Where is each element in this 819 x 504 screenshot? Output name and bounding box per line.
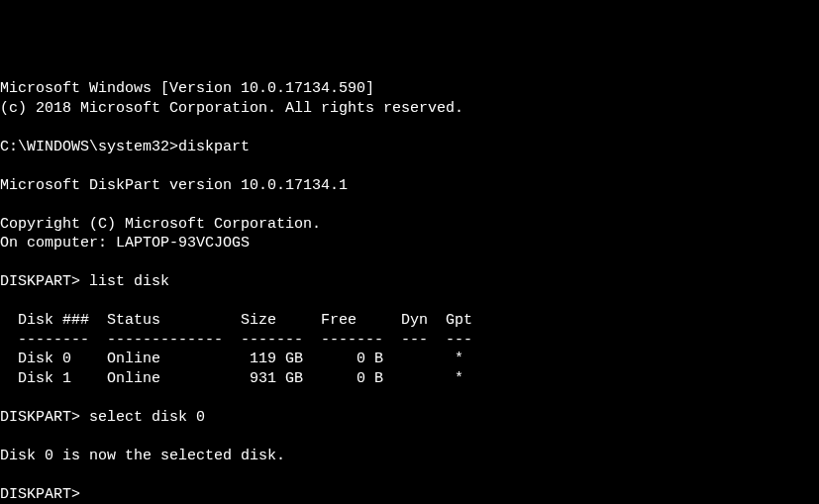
diskpart-computer-line: On computer: LAPTOP-93VCJOGS [0,235,250,252]
diskpart-prompt: DISKPART> [0,273,80,290]
cmd-prompt: C:\WINDOWS\system32> [0,139,178,155]
cmd-input-list-disk: list disk [80,273,169,290]
windows-version-line: Microsoft Windows [Version 10.0.17134.59… [0,80,374,97]
terminal-output[interactable]: Microsoft Windows [Version 10.0.17134.59… [0,79,819,504]
table-header: Disk ### Status Size Free Dyn Gpt [0,312,472,329]
select-disk-output: Disk 0 is now the selected disk. [0,448,285,464]
windows-copyright-line: (c) 2018 Microsoft Corporation. All righ… [0,100,463,117]
diskpart-prompt: DISKPART> [0,486,80,503]
cmd-input-select-disk: select disk 0 [80,409,205,426]
table-row: Disk 1 Online 931 GB 0 B * [0,370,463,387]
cmd-input-diskpart: diskpart [178,139,250,155]
table-divider: -------- ------------- ------- ------- -… [0,332,472,349]
diskpart-copyright-line: Copyright (C) Microsoft Corporation. [0,216,321,233]
table-row: Disk 0 Online 119 GB 0 B * [0,351,463,367]
diskpart-prompt: DISKPART> [0,409,80,426]
diskpart-version-line: Microsoft DiskPart version 10.0.17134.1 [0,177,348,194]
